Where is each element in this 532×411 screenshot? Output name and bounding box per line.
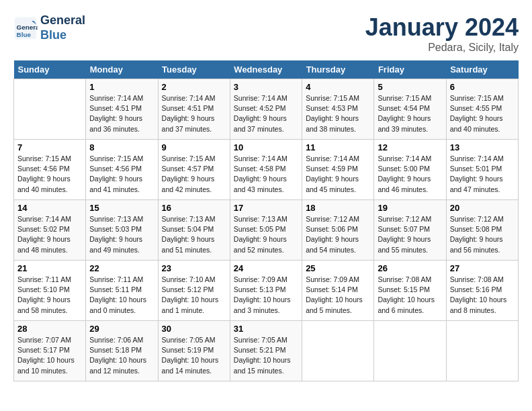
svg-text:Blue: Blue: [17, 30, 32, 38]
calendar-table: SundayMondayTuesdayWednesdayThursdayFrid…: [13, 60, 519, 381]
calendar-cell: [302, 321, 374, 381]
calendar-cell: 15Sunrise: 7:13 AM Sunset: 5:03 PM Dayli…: [86, 200, 158, 261]
calendar-cell: 1Sunrise: 7:14 AM Sunset: 4:51 PM Daylig…: [86, 79, 158, 140]
day-number: 2: [162, 82, 226, 92]
day-number: 14: [17, 203, 82, 213]
day-info: Sunrise: 7:13 AM Sunset: 5:04 PM Dayligh…: [162, 214, 226, 255]
logo: General Blue General Blue: [13, 13, 85, 42]
day-number: 1: [89, 82, 154, 92]
calendar-subtitle: Pedara, Sicily, Italy: [365, 42, 519, 54]
day-info: Sunrise: 7:15 AM Sunset: 4:56 PM Dayligh…: [89, 154, 154, 195]
day-number: 24: [234, 263, 298, 273]
day-number: 18: [306, 203, 370, 213]
calendar-cell: 31Sunrise: 7:05 AM Sunset: 5:21 PM Dayli…: [230, 321, 302, 381]
day-info: Sunrise: 7:11 AM Sunset: 5:10 PM Dayligh…: [17, 275, 82, 316]
calendar-cell: 23Sunrise: 7:10 AM Sunset: 5:12 PM Dayli…: [158, 261, 230, 321]
day-header-monday: Monday: [86, 60, 158, 79]
calendar-cell: 7Sunrise: 7:15 AM Sunset: 4:56 PM Daylig…: [14, 140, 86, 200]
day-number: 22: [89, 263, 154, 273]
day-number: 6: [450, 82, 515, 92]
day-info: Sunrise: 7:09 AM Sunset: 5:13 PM Dayligh…: [234, 275, 298, 316]
svg-text:General: General: [17, 23, 38, 30]
calendar-cell: 16Sunrise: 7:13 AM Sunset: 5:04 PM Dayli…: [158, 200, 230, 261]
logo-text-line1: General: [40, 13, 85, 28]
day-info: Sunrise: 7:14 AM Sunset: 4:52 PM Dayligh…: [234, 93, 298, 134]
day-header-tuesday: Tuesday: [158, 60, 230, 79]
day-info: Sunrise: 7:05 AM Sunset: 5:19 PM Dayligh…: [162, 335, 226, 376]
day-number: 17: [234, 203, 298, 213]
calendar-cell: 25Sunrise: 7:09 AM Sunset: 5:14 PM Dayli…: [302, 261, 374, 321]
day-number: 12: [378, 142, 442, 152]
calendar-cell: 22Sunrise: 7:11 AM Sunset: 5:11 PM Dayli…: [86, 261, 158, 321]
calendar-cell: 8Sunrise: 7:15 AM Sunset: 4:56 PM Daylig…: [86, 140, 158, 200]
day-number: 29: [89, 324, 154, 334]
day-number: 9: [162, 142, 226, 152]
calendar-cell: 5Sunrise: 7:15 AM Sunset: 4:54 PM Daylig…: [374, 79, 446, 140]
week-row-2: 7Sunrise: 7:15 AM Sunset: 4:56 PM Daylig…: [14, 140, 519, 200]
calendar-cell: 26Sunrise: 7:08 AM Sunset: 5:15 PM Dayli…: [374, 261, 446, 321]
day-info: Sunrise: 7:12 AM Sunset: 5:06 PM Dayligh…: [306, 214, 370, 255]
calendar-cell: [446, 321, 518, 381]
days-header-row: SundayMondayTuesdayWednesdayThursdayFrid…: [14, 60, 519, 79]
calendar-cell: 13Sunrise: 7:14 AM Sunset: 5:01 PM Dayli…: [446, 140, 518, 200]
day-header-thursday: Thursday: [302, 60, 374, 79]
day-info: Sunrise: 7:14 AM Sunset: 4:51 PM Dayligh…: [162, 93, 226, 134]
day-number: 20: [450, 203, 515, 213]
calendar-cell: 3Sunrise: 7:14 AM Sunset: 4:52 PM Daylig…: [230, 79, 302, 140]
day-info: Sunrise: 7:12 AM Sunset: 5:08 PM Dayligh…: [450, 214, 515, 255]
day-header-wednesday: Wednesday: [230, 60, 302, 79]
title-block: January 2024 Pedara, Sicily, Italy: [365, 13, 519, 54]
calendar-cell: 17Sunrise: 7:13 AM Sunset: 5:05 PM Dayli…: [230, 200, 302, 261]
day-info: Sunrise: 7:15 AM Sunset: 4:55 PM Dayligh…: [450, 93, 515, 134]
day-info: Sunrise: 7:08 AM Sunset: 5:16 PM Dayligh…: [450, 275, 515, 316]
calendar-cell: 24Sunrise: 7:09 AM Sunset: 5:13 PM Dayli…: [230, 261, 302, 321]
calendar-cell: 2Sunrise: 7:14 AM Sunset: 4:51 PM Daylig…: [158, 79, 230, 140]
calendar-cell: 18Sunrise: 7:12 AM Sunset: 5:06 PM Dayli…: [302, 200, 374, 261]
day-number: 30: [162, 324, 226, 334]
calendar-cell: 11Sunrise: 7:14 AM Sunset: 4:59 PM Dayli…: [302, 140, 374, 200]
day-number: 31: [234, 324, 298, 334]
day-number: 15: [89, 203, 154, 213]
calendar-cell: 10Sunrise: 7:14 AM Sunset: 4:58 PM Dayli…: [230, 140, 302, 200]
day-info: Sunrise: 7:06 AM Sunset: 5:18 PM Dayligh…: [89, 335, 154, 376]
calendar-cell: 30Sunrise: 7:05 AM Sunset: 5:19 PM Dayli…: [158, 321, 230, 381]
day-number: 7: [17, 142, 82, 152]
day-number: 27: [450, 263, 515, 273]
day-number: 23: [162, 263, 226, 273]
day-info: Sunrise: 7:11 AM Sunset: 5:11 PM Dayligh…: [89, 275, 154, 316]
week-row-5: 28Sunrise: 7:07 AM Sunset: 5:17 PM Dayli…: [14, 321, 519, 381]
day-info: Sunrise: 7:14 AM Sunset: 4:51 PM Dayligh…: [89, 93, 154, 134]
day-number: 13: [450, 142, 515, 152]
day-info: Sunrise: 7:05 AM Sunset: 5:21 PM Dayligh…: [234, 335, 298, 376]
day-number: 5: [378, 82, 442, 92]
day-number: 25: [306, 263, 370, 273]
calendar-cell: 29Sunrise: 7:06 AM Sunset: 5:18 PM Dayli…: [86, 321, 158, 381]
calendar-cell: 9Sunrise: 7:15 AM Sunset: 4:57 PM Daylig…: [158, 140, 230, 200]
calendar-cell: 19Sunrise: 7:12 AM Sunset: 5:07 PM Dayli…: [374, 200, 446, 261]
day-header-friday: Friday: [374, 60, 446, 79]
day-header-saturday: Saturday: [446, 60, 518, 79]
calendar-cell: 12Sunrise: 7:14 AM Sunset: 5:00 PM Dayli…: [374, 140, 446, 200]
day-info: Sunrise: 7:07 AM Sunset: 5:17 PM Dayligh…: [17, 335, 82, 376]
page-header: General Blue General Blue January 2024 P…: [13, 13, 519, 54]
day-header-sunday: Sunday: [14, 60, 86, 79]
day-number: 10: [234, 142, 298, 152]
day-info: Sunrise: 7:15 AM Sunset: 4:56 PM Dayligh…: [17, 154, 82, 195]
calendar-cell: 4Sunrise: 7:15 AM Sunset: 4:53 PM Daylig…: [302, 79, 374, 140]
calendar-cell: 14Sunrise: 7:14 AM Sunset: 5:02 PM Dayli…: [14, 200, 86, 261]
day-info: Sunrise: 7:15 AM Sunset: 4:57 PM Dayligh…: [162, 154, 226, 195]
logo-icon: General Blue: [13, 16, 38, 40]
day-number: 4: [306, 82, 370, 92]
calendar-cell: 6Sunrise: 7:15 AM Sunset: 4:55 PM Daylig…: [446, 79, 518, 140]
day-info: Sunrise: 7:10 AM Sunset: 5:12 PM Dayligh…: [162, 275, 226, 316]
calendar-cell: 20Sunrise: 7:12 AM Sunset: 5:08 PM Dayli…: [446, 200, 518, 261]
day-info: Sunrise: 7:14 AM Sunset: 4:59 PM Dayligh…: [306, 154, 370, 195]
day-info: Sunrise: 7:14 AM Sunset: 4:58 PM Dayligh…: [234, 154, 298, 195]
week-row-4: 21Sunrise: 7:11 AM Sunset: 5:10 PM Dayli…: [14, 261, 519, 321]
logo-text-line2: Blue: [40, 28, 85, 43]
day-number: 11: [306, 142, 370, 152]
day-number: 21: [17, 263, 82, 273]
week-row-3: 14Sunrise: 7:14 AM Sunset: 5:02 PM Dayli…: [14, 200, 519, 261]
day-info: Sunrise: 7:13 AM Sunset: 5:05 PM Dayligh…: [234, 214, 298, 255]
day-number: 16: [162, 203, 226, 213]
